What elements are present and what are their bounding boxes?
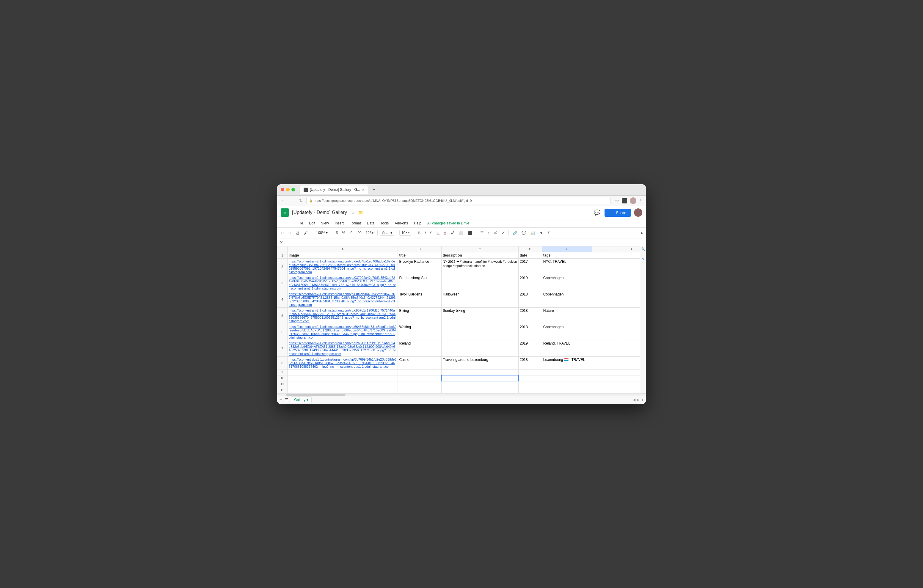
cell-b7[interactable]: Iceland <box>398 340 441 356</box>
italic-button[interactable]: I <box>423 230 427 236</box>
cell-b3[interactable]: Frederilsborg Slot <box>398 275 441 291</box>
browser-menu-icon[interactable]: ⋮ <box>639 198 643 203</box>
row-num-4[interactable]: 4 <box>278 291 287 307</box>
cell-e5[interactable]: Nature <box>542 307 592 324</box>
cell-a9[interactable] <box>287 369 398 375</box>
cell-a11[interactable] <box>287 381 398 387</box>
row-num-7[interactable]: 7 <box>278 340 287 356</box>
redo-button[interactable]: ↪ <box>287 230 293 236</box>
cell-f12[interactable] <box>592 387 619 393</box>
cell-c11-selected[interactable] <box>441 375 518 381</box>
cell-d12[interactable] <box>518 387 542 393</box>
cell-a8-link[interactable]: https://scontent-dus1-1.cdninstagram.com… <box>289 358 397 368</box>
row-num-11[interactable]: 11 <box>278 381 287 387</box>
cell-f7[interactable] <box>592 340 619 356</box>
align-left-button[interactable]: ☰ <box>479 230 485 236</box>
add-sheet-icon-right[interactable]: + <box>642 398 644 402</box>
gallery-sheet-tab[interactable]: Gallery ▾ <box>291 396 312 403</box>
cell-b8[interactable]: Castle <box>398 356 441 369</box>
explore-icon[interactable]: 🔍 <box>641 247 645 251</box>
cell-f5[interactable] <box>592 307 619 324</box>
cell-a2-link[interactable]: https://scontent-arn2-1.cdninstagram.com… <box>289 260 397 274</box>
cell-c6[interactable] <box>441 324 518 340</box>
cell-e2[interactable]: NYC, TRAVEL <box>542 258 592 275</box>
highlight-button[interactable]: 🖍 <box>449 230 456 236</box>
cell-c8[interactable]: Traveling around Luxemburg <box>441 356 518 369</box>
cell-e8[interactable]: Luxembourg 🇱🇺 , TRAVEL <box>542 356 592 369</box>
filter-button[interactable]: ▼ <box>538 230 545 236</box>
cell-b1[interactable]: title <box>398 252 441 258</box>
cell-e10[interactable] <box>542 375 592 381</box>
cell-b12[interactable] <box>398 387 441 393</box>
cell-b5[interactable]: Biking <box>398 307 441 324</box>
refresh-button[interactable]: ↻ <box>298 198 304 204</box>
cell-a5[interactable]: https://scontent-arn2-1.cdninstagram.com… <box>287 307 398 324</box>
row-num-9[interactable]: 9 <box>278 369 287 375</box>
cell-d5[interactable]: 2018 <box>518 307 542 324</box>
menu-tools[interactable]: Tools <box>378 220 391 226</box>
cell-d1[interactable]: date <box>518 252 542 258</box>
menu-addons[interactable]: Add-ons <box>392 220 411 226</box>
cell-c11[interactable] <box>441 381 518 387</box>
cell-c12[interactable] <box>441 387 518 393</box>
cell-c3[interactable] <box>441 275 518 291</box>
cast-icon[interactable]: ⬛ <box>621 198 627 204</box>
cell-a3[interactable]: https://scontent-arn2-1.cdninstagram.com… <box>287 275 398 291</box>
menu-edit[interactable]: Edit <box>307 220 318 226</box>
row-num-3[interactable]: 3 <box>278 275 287 291</box>
close-button[interactable] <box>281 188 284 191</box>
cell-a8[interactable]: https://scontent-dus1-1.cdninstagram.com… <box>287 356 398 369</box>
cell-b2[interactable]: Brooklyn Radiance <box>398 258 441 275</box>
updates-icon[interactable]: ! <box>642 252 644 256</box>
comments-button[interactable]: 💬 <box>593 208 601 217</box>
decimal0-button[interactable]: .0 <box>348 230 354 235</box>
tab-close-icon[interactable]: ✕ <box>362 188 364 191</box>
decimal00-button[interactable]: .00 <box>355 230 363 235</box>
cell-f3[interactable] <box>592 275 619 291</box>
bookmark-icon[interactable]: ☆ <box>615 198 619 204</box>
col-header-a[interactable]: A <box>287 246 398 252</box>
comment-button[interactable]: 💬 <box>520 230 528 236</box>
cell-f4[interactable] <box>592 291 619 307</box>
more-formats-button[interactable]: 123▾ <box>364 230 375 235</box>
cell-a7-link[interactable]: https://scontent-arn2-1.cdninstagram.com… <box>289 341 397 356</box>
browser-tab[interactable]: ⬛ [Updatefy - Demo] Gallery - G... ✕ <box>300 186 368 194</box>
text-color-button[interactable]: A <box>442 230 448 236</box>
cell-e12[interactable] <box>542 387 592 393</box>
cell-a5-link[interactable]: https://scontent-arn2-1.cdninstagram.com… <box>289 309 397 323</box>
cell-d11[interactable] <box>518 381 542 387</box>
functions-button[interactable]: Σ <box>546 230 551 236</box>
menu-view[interactable]: View <box>319 220 331 226</box>
cell-f2[interactable] <box>592 258 619 275</box>
zoom-selector[interactable]: 100% ▾ <box>314 230 330 235</box>
cell-a7[interactable]: https://scontent-arn2-1.cdninstagram.com… <box>287 340 398 356</box>
menu-file[interactable]: File <box>295 220 305 226</box>
cell-a2[interactable]: https://scontent-arn2-1.cdninstagram.com… <box>287 258 398 275</box>
user-profile-icon[interactable] <box>630 197 636 204</box>
col-header-f[interactable]: F <box>592 246 619 252</box>
cell-f11[interactable] <box>592 381 619 387</box>
menu-format[interactable]: Format <box>347 220 363 226</box>
cell-e3[interactable]: Copenhagen <box>542 275 592 291</box>
cell-e1[interactable]: tags <box>542 252 592 258</box>
collapse-toolbar-button[interactable]: ▲ <box>640 231 644 235</box>
strikethrough-button[interactable]: S <box>429 230 434 236</box>
horizontal-scrollbar[interactable] <box>277 393 646 396</box>
percent-button[interactable]: % <box>340 230 347 235</box>
menu-data[interactable]: Data <box>365 220 377 226</box>
menu-help[interactable]: Help <box>412 220 424 226</box>
text-rotate-button[interactable]: ↗ <box>500 230 506 236</box>
cell-d10[interactable] <box>518 375 542 381</box>
row-num-6[interactable]: 6 <box>278 324 287 340</box>
row-num-5[interactable]: 5 <box>278 307 287 324</box>
cell-d3[interactable]: 2019 <box>518 275 542 291</box>
forward-button[interactable]: → <box>289 198 296 204</box>
star-document-button[interactable]: ☆ <box>351 210 355 215</box>
user-avatar[interactable] <box>634 209 642 217</box>
cell-c1[interactable]: description <box>441 252 518 258</box>
col-header-e[interactable]: E <box>542 246 592 252</box>
edit-icon[interactable]: ✎ <box>642 258 644 261</box>
cell-e6[interactable]: Copenhagen <box>542 324 592 340</box>
cell-f10[interactable] <box>592 375 619 381</box>
col-header-d[interactable]: D <box>518 246 542 252</box>
